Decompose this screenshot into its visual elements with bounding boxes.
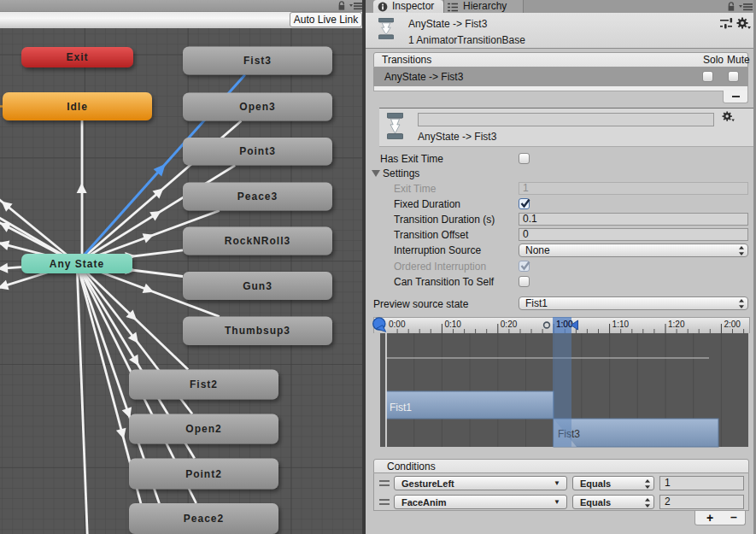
svg-text:Point3: Point3 (239, 145, 276, 157)
svg-text:Any State: Any State (50, 258, 104, 270)
svg-text:0:10: 0:10 (444, 320, 461, 329)
svg-text:Thumbsup3: Thumbsup3 (225, 325, 290, 337)
svg-text:Peace3: Peace3 (237, 191, 278, 202)
svg-text:1:10: 1:10 (612, 320, 630, 329)
svg-text:1:20: 1:20 (668, 320, 685, 329)
svg-text:Fist3: Fist3 (243, 55, 272, 67)
svg-text:Idle: Idle (67, 101, 88, 113)
svg-text:RockNRoll3: RockNRoll3 (225, 235, 290, 247)
svg-text:Point2: Point2 (185, 468, 222, 480)
svg-text:Fist2: Fist2 (190, 378, 218, 390)
svg-text:1:00: 1:00 (556, 320, 573, 329)
svg-text:Open3: Open3 (239, 101, 275, 113)
svg-text:Fist1: Fist1 (390, 402, 412, 414)
svg-text:Open2: Open2 (185, 423, 221, 435)
svg-text:0:20: 0:20 (501, 320, 518, 329)
svg-text:0:00: 0:00 (389, 320, 406, 329)
svg-text:Exit: Exit (66, 51, 88, 63)
svg-text:Gun3: Gun3 (243, 280, 273, 292)
svg-text:Peace2: Peace2 (184, 513, 224, 525)
svg-text:2:00: 2:00 (724, 320, 741, 329)
